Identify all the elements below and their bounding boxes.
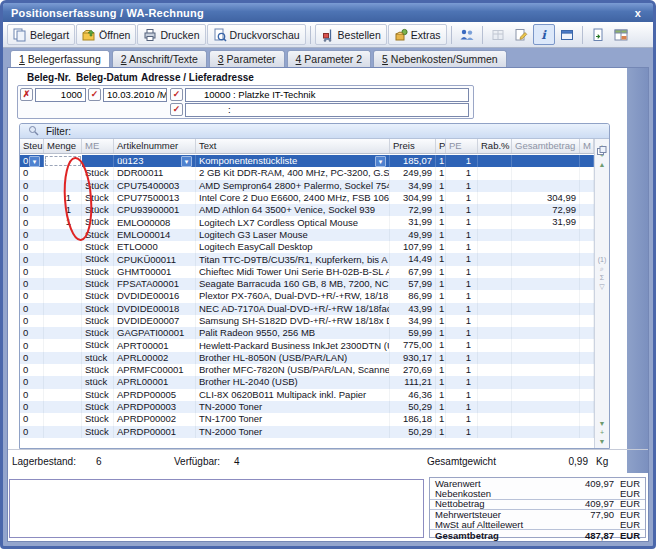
table-icon[interactable]: [610, 24, 632, 45]
table-row[interactable]: 0▾ üü123▾ Komponentenstückliste▾ 185,07 …: [20, 155, 596, 167]
col-me[interactable]: ME: [82, 139, 114, 153]
info-icon[interactable]: i: [533, 24, 555, 45]
col-gesamtbetrag[interactable]: Gesamtbetrag: [512, 139, 580, 153]
edit-check-icon[interactable]: ✓: [88, 88, 101, 101]
table-row[interactable]: 0 Stück CPU75400003 AMD Sempron64 2800+ …: [20, 180, 596, 192]
table-row[interactable]: 0 Stück FPSATA00001 Seagate Barracuda 16…: [20, 278, 596, 290]
table-row[interactable]: 0 Stück GHMT00001 Chieftec Midi Tower Un…: [20, 266, 596, 278]
cell-m: [580, 389, 594, 401]
cell-p: 1: [436, 352, 446, 364]
cell-p: 1: [436, 376, 446, 388]
sum-icon[interactable]: Σ: [595, 273, 609, 282]
cell-steu: 0: [20, 278, 44, 290]
cell-me: [82, 155, 114, 167]
table-row[interactable]: 0 Stück DVDIDE00007 Samsung SH-S182D DVD…: [20, 315, 596, 327]
table-row[interactable]: 0 Stück CPUKÜ00011 Titan TTC-D9TB/CU35/R…: [20, 253, 596, 265]
extras-button[interactable]: Extras: [388, 24, 447, 45]
tab-nebenkosten-summen[interactable]: 5 Nebenkosten/Summen: [373, 50, 507, 67]
cell-text: Brother MFC-7820N (USB/PAR/LAN, Scannen: [196, 364, 390, 376]
col-rab[interactable]: Rab.%: [478, 139, 512, 153]
cell-gesamtbetrag: [512, 303, 580, 315]
belegart-button[interactable]: Belegart: [7, 24, 75, 45]
cell-preis: 59,99: [390, 327, 436, 339]
cell-m: [580, 167, 594, 179]
cell-pe: 1: [446, 376, 478, 388]
table-row[interactable]: 0 Stück APRDP00002 TN-1700 Toner 186,18 …: [20, 413, 596, 425]
beleg-datum-input[interactable]: 10.03.2010 /Mi: [103, 88, 167, 102]
edit-check-icon[interactable]: ✓: [170, 88, 183, 101]
oeffnen-button[interactable]: Öffnen: [76, 24, 136, 45]
cell-preis: 67,99: [390, 266, 436, 278]
cell-menge: [44, 339, 82, 351]
copy-icon[interactable]: [597, 141, 607, 159]
cell-p: 1: [436, 216, 446, 228]
scroll-bottom-icon[interactable]: ▼: [595, 437, 609, 446]
search-row-icon[interactable]: ⌕: [595, 264, 609, 273]
delete-icon[interactable]: ✗: [20, 88, 33, 101]
table-row[interactable]: 0 Stück ETLO000 Logitech EasyCall Deskto…: [20, 241, 596, 253]
tab-anschrift-texte[interactable]: 2 Anschrift/Texte: [112, 50, 207, 67]
col-preis[interactable]: Preis: [390, 139, 436, 153]
belegart-label: Belegart: [30, 29, 69, 41]
adresse-input[interactable]: 10000 : Platzke IT-Technik: [185, 88, 469, 102]
export-document-icon[interactable]: [587, 24, 609, 45]
scroll-down-icon[interactable]: ▼: [595, 419, 609, 428]
col-pe[interactable]: PE: [446, 139, 478, 153]
dropdown-arrow-icon[interactable]: ▾: [29, 156, 40, 167]
edit-note-icon[interactable]: [510, 24, 532, 45]
contacts-icon[interactable]: [456, 24, 478, 45]
table-row[interactable]: 0 Stück DVDIDE00018 NEC AD-7170A Dual-DV…: [20, 303, 596, 315]
cell-rab: [478, 401, 512, 413]
col-text[interactable]: Text: [196, 139, 390, 153]
beleg-nr-input[interactable]: 1000: [35, 88, 86, 102]
adresse-label: Adresse / Lieferadresse: [141, 72, 254, 83]
scroll-up-icon[interactable]: ▲: [595, 160, 609, 169]
tab-parameter[interactable]: 3 Parameter: [209, 50, 285, 67]
frame-band: [627, 68, 648, 473]
tab-belegerfassung[interactable]: 1 Belegerfassung: [10, 50, 110, 67]
cell-me: Stück: [82, 290, 114, 302]
table-row[interactable]: 0 stück APRL00002 Brother HL-8050N (USB/…: [20, 352, 596, 364]
col-steu[interactable]: Steu: [20, 139, 44, 153]
table-row[interactable]: 0 Stück APRMFC00001 Brother MFC-7820N (U…: [20, 364, 596, 376]
col-p[interactable]: P: [436, 139, 446, 153]
tab-parameter-2[interactable]: 4 Parameter 2: [287, 50, 372, 67]
cell-me: Stück: [82, 216, 114, 228]
drucken-button[interactable]: Drucken: [137, 24, 205, 45]
table-row[interactable]: 0 Stück GAGPATI00001 Palit Radeon 9550, …: [20, 327, 596, 339]
add-row-bottom-icon[interactable]: +: [595, 428, 609, 437]
summary-row: MwSt auf Altteilewert EUR: [430, 520, 645, 530]
notes-box[interactable]: [9, 479, 424, 538]
close-icon[interactable]: x: [631, 7, 645, 19]
dropdown-arrow-icon[interactable]: ▾: [181, 156, 192, 167]
window-layout-icon[interactable]: [556, 24, 578, 45]
lieferadresse-input[interactable]: :: [185, 103, 469, 117]
table-row[interactable]: 0 1 Stück EMLO00008 Logitech LX7 Cordles…: [20, 216, 596, 228]
druckvorschau-button[interactable]: Druckvorschau: [207, 24, 306, 45]
col-m[interactable]: M: [580, 139, 594, 153]
table-row[interactable]: 0 Stück DVDIDE00016 Plextor PX-760A, Dua…: [20, 290, 596, 302]
table-row[interactable]: 0 Stück DDR00011 2 GB Kit DDR-RAM, 400 M…: [20, 167, 596, 179]
cell-preis: 930,17: [390, 352, 436, 364]
table-row[interactable]: 0 1 Stück CPU93900001 AMD Athlon 64 3500…: [20, 204, 596, 216]
dropdown-arrow-icon[interactable]: ▾: [375, 156, 386, 167]
cell-menge: [44, 290, 82, 302]
cell-steu: 0: [20, 303, 44, 315]
edit-check-icon[interactable]: ✓: [170, 103, 183, 116]
table-row[interactable]: 0 Stück APRT00001 Hewlett-Packard Busine…: [20, 339, 596, 351]
table-row[interactable]: 0 1 Stück CPU77500013 Intel Core 2 Duo E…: [20, 192, 596, 204]
table-row[interactable]: 0 Stück APRDP00003 TN-2000 Toner 50,29 1…: [20, 401, 596, 413]
col-artikelnummer[interactable]: Artikelnummer: [114, 139, 196, 153]
table-row[interactable]: 0 Stück APRDP00001 TN-2000 Toner 50,29 1…: [20, 426, 596, 438]
cell-rab: [478, 241, 512, 253]
count-icon[interactable]: (1): [595, 255, 609, 264]
table-row[interactable]: 0 Stück EMLO00014 Logitech G3 Laser Mous…: [20, 229, 596, 241]
table-row[interactable]: 0 stück APRL00001 Brother HL-2040 (USB) …: [20, 376, 596, 388]
cell-artikelnummer: EMLO00014: [114, 229, 196, 241]
col-menge[interactable]: Menge: [44, 139, 82, 153]
cell-gesamtbetrag: [512, 352, 580, 364]
bestellen-button[interactable]: Bestellen: [315, 24, 387, 45]
table-row[interactable]: 0 Stück APRDP00005 CLI-8X 0620B011 Multi…: [20, 389, 596, 401]
filter-bar[interactable]: Filter:: [20, 124, 609, 139]
filter-funnel-icon[interactable]: ▽: [595, 282, 609, 291]
